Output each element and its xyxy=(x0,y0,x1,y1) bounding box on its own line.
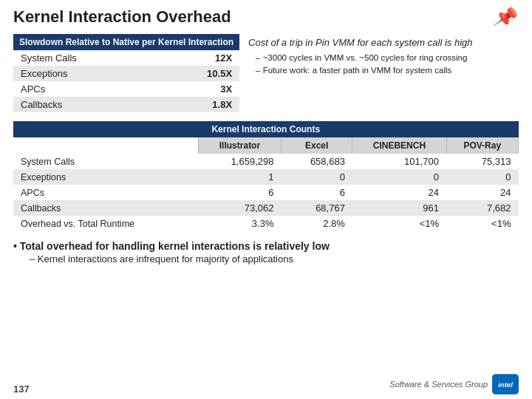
counts-col-header: CINEBENCH xyxy=(352,137,446,154)
counts-cell: 73,062 xyxy=(198,200,281,216)
cost-main: Cost of a trip in Pin VMM for each syste… xyxy=(248,35,519,50)
counts-cell: <1% xyxy=(446,216,518,231)
counts-label: System Calls xyxy=(13,154,198,169)
counts-cell: 961 xyxy=(352,200,446,216)
counts-label: Callbacks xyxy=(13,200,198,216)
counts-row: Callbacks73,06268,7679617,682 xyxy=(13,200,519,216)
counts-row: APCs662424 xyxy=(13,185,519,200)
slowdown-section: Slowdown Relative to Native per Kernel I… xyxy=(13,34,519,112)
counts-col-header xyxy=(13,137,198,154)
page-number: 137 xyxy=(13,383,30,395)
slowdown-value: 12X xyxy=(158,50,239,66)
slowdown-row: System Calls 12X xyxy=(13,50,239,66)
page-title: Kernel Interaction Overhead xyxy=(13,7,519,27)
counts-cell: 2.8% xyxy=(281,216,352,231)
counts-label: Exceptions xyxy=(13,169,198,185)
counts-cell: 24 xyxy=(446,185,518,200)
counts-cell: 24 xyxy=(352,185,446,200)
cost-sub2: – Future work: a faster path in VMM for … xyxy=(248,64,519,77)
cost-description: Cost of a trip in Pin VMM for each syste… xyxy=(248,34,519,77)
counts-cell: 6 xyxy=(281,185,352,200)
cost-sub1: – ~3000 cycles in VMM vs. ~500 cycles fo… xyxy=(248,52,519,64)
counts-cell: 3.3% xyxy=(198,216,281,231)
brand-label: Software & Services Group xyxy=(389,380,488,389)
counts-cell: 7,682 xyxy=(446,200,518,216)
intel-logo: intel xyxy=(492,374,519,395)
counts-table: Kernel Interaction Counts IllustratorExc… xyxy=(13,121,519,231)
counts-cell: 0 xyxy=(446,169,518,185)
counts-cell: 658,683 xyxy=(281,154,352,169)
slowdown-value: 3X xyxy=(158,81,239,97)
slowdown-label: Exceptions xyxy=(13,66,158,81)
counts-row: Overhead vs. Total Runtime3.3%2.8%<1%<1% xyxy=(13,216,519,231)
counts-label: APCs xyxy=(13,185,198,200)
slowdown-label: System Calls xyxy=(13,50,158,66)
svg-text:intel: intel xyxy=(498,381,513,389)
counts-cell: 75,313 xyxy=(446,154,518,169)
slowdown-row: Exceptions 10.5X xyxy=(13,66,239,81)
slowdown-row: Callbacks 1.8X xyxy=(13,97,239,112)
counts-cell: 101,700 xyxy=(352,154,446,169)
pin-icon: 📌 xyxy=(492,4,519,30)
bullet-main: Total overhead for handling kernel inter… xyxy=(13,240,519,252)
slowdown-label: Callbacks xyxy=(13,97,158,112)
counts-cell: 0 xyxy=(352,169,446,185)
counts-cell: 1,659,298 xyxy=(198,154,281,169)
slowdown-label: APCs xyxy=(13,81,158,97)
counts-col-header: Excel xyxy=(281,137,352,154)
counts-label: Overhead vs. Total Runtime xyxy=(13,216,198,231)
counts-cell: 6 xyxy=(198,185,281,200)
counts-header: Kernel Interaction Counts xyxy=(13,121,519,137)
counts-cell: 1 xyxy=(198,169,281,185)
counts-row: System Calls1,659,298658,683101,70075,31… xyxy=(13,154,519,169)
bullet-sub: Kernel interactions are infrequent for m… xyxy=(13,253,519,265)
counts-col-header: POV-Ray xyxy=(446,137,518,154)
slowdown-table: Slowdown Relative to Native per Kernel I… xyxy=(13,34,239,112)
counts-cell: 68,767 xyxy=(281,200,352,216)
bullet-section: Total overhead for handling kernel inter… xyxy=(13,240,519,265)
counts-row: Exceptions1000 xyxy=(13,169,519,185)
counts-cell: 0 xyxy=(281,169,352,185)
slowdown-row: APCs 3X xyxy=(13,81,239,97)
slowdown-header: Slowdown Relative to Native per Kernel I… xyxy=(13,34,239,50)
footer-right: Software & Services Group intel xyxy=(389,374,519,395)
slowdown-value: 1.8X xyxy=(158,97,239,112)
counts-col-header: Illustrator xyxy=(198,137,281,154)
counts-cell: <1% xyxy=(352,216,446,231)
footer: 137 Software & Services Group intel xyxy=(0,374,532,395)
slowdown-value: 10.5X xyxy=(158,66,239,81)
